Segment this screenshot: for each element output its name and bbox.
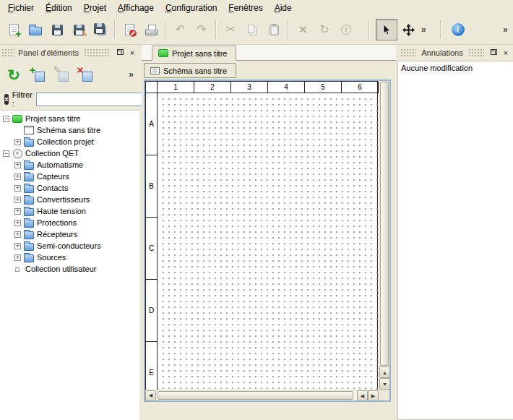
edit-element-button[interactable]: ✎ [51, 64, 72, 85]
undo-button[interactable]: ↶ [169, 19, 191, 40]
expander-icon[interactable]: + [14, 139, 21, 145]
column-headers: 1 2 3 4 5 6 [158, 82, 379, 93]
home-icon [12, 265, 22, 273]
select-tool-button[interactable] [376, 19, 397, 40]
element-info-button[interactable]: i [335, 19, 357, 40]
menu-fichier[interactable]: Fichier [2, 1, 40, 15]
tree-item-collection-projet[interactable]: + Collection projet [0, 136, 139, 147]
redo-button[interactable]: ↷ [191, 19, 212, 40]
delete-element-button[interactable]: × [74, 64, 96, 85]
menu-configuration[interactable]: Configuration [160, 1, 223, 15]
scroll-down-button[interactable]: ▼ [379, 378, 390, 390]
tree-item-recepteurs[interactable]: + Récepteurs [0, 228, 139, 240]
tree-item-projet-sans-titre[interactable]: − Projet sans titre [0, 113, 139, 124]
tab-projet-sans-titre[interactable]: Projet sans titre [152, 46, 236, 61]
row-header: A [146, 93, 157, 155]
schema-tab-label: Schéma sans titre [163, 67, 227, 75]
save-as-icon: ✎ [74, 25, 85, 35]
expander-icon[interactable]: + [14, 254, 21, 261]
tree-item-convertisseurs[interactable]: + Convertisseurs [0, 194, 139, 205]
expander-icon[interactable]: + [14, 197, 21, 203]
menu-aide[interactable]: Aide [269, 1, 298, 15]
expander-icon[interactable]: + [14, 220, 21, 226]
dock-grip[interactable] [468, 48, 484, 57]
toolbar-separator [215, 20, 217, 39]
delete-icon: × [298, 24, 306, 35]
expander-icon[interactable]: + [14, 173, 21, 180]
horizontal-scrollbar[interactable]: ◀ ◀ ▶ [145, 390, 379, 400]
tree-item-protections[interactable]: + Protections [0, 217, 139, 228]
rotate-button[interactable]: ↻ [314, 19, 335, 40]
tree-item-haute-tension[interactable]: + Haute tension [0, 205, 139, 217]
close-button[interactable]: × [500, 48, 512, 58]
save-icon [52, 25, 63, 35]
menu-affichage[interactable]: Affichage [112, 1, 160, 15]
expander-icon[interactable]: + [14, 208, 21, 215]
paste-button[interactable] [263, 19, 285, 40]
delete-button[interactable]: × [292, 19, 314, 40]
diagram-canvas[interactable]: 1 2 3 4 5 6 A B C D E [145, 81, 378, 402]
float-button[interactable] [113, 48, 125, 58]
cut-button[interactable]: ✂ [220, 19, 241, 40]
scroll-up-button[interactable]: ▲ [379, 367, 390, 378]
horizontal-scrollbar-thumb[interactable] [158, 391, 353, 400]
menu-edition[interactable]: Édition [40, 1, 78, 15]
undo-panel-dock: Annulations × Aucune modification [397, 45, 513, 420]
vertical-scrollbar[interactable]: ▲ ▼ [379, 81, 389, 390]
undo-history-list[interactable]: Aucune modification [397, 61, 513, 420]
diagram-view: 1 2 3 4 5 6 A B C D E [144, 80, 391, 402]
expander-icon[interactable]: − [3, 150, 9, 157]
menu-fenetres[interactable]: Fenêtres [223, 1, 268, 15]
about-info-button[interactable]: i [447, 19, 469, 40]
main-toolbar: ✎ ↶ ↷ ✂ × ↻ i » i » [0, 15, 513, 45]
scroll-left-button-2[interactable]: ◀ [357, 390, 368, 401]
toolbar-overflow-chevron[interactable]: » [419, 25, 428, 35]
tree-item-contacts[interactable]: + Contacts [0, 182, 139, 194]
save-button[interactable] [46, 19, 68, 40]
dock-grip[interactable] [400, 48, 416, 57]
scroll-left-button[interactable]: ◀ [145, 390, 156, 401]
tree-item-label: Automatisme [37, 160, 83, 169]
tree-item-capteurs[interactable]: + Capteurs [0, 171, 139, 182]
tab-schema-sans-titre[interactable]: Schéma sans titre [144, 63, 236, 78]
tree-item-sources[interactable]: + Sources [0, 252, 139, 263]
horizontal-scroll-arrows: ◀ ▶ [357, 390, 379, 401]
save-as-button[interactable]: ✎ [68, 19, 90, 40]
expander-icon[interactable]: + [14, 162, 21, 168]
close-button[interactable]: × [126, 48, 138, 58]
open-folder-icon [29, 27, 42, 35]
close-file-button[interactable] [118, 19, 140, 40]
print-button[interactable] [140, 19, 162, 40]
dock-grip[interactable] [1, 48, 14, 57]
panel-toolbar-overflow[interactable]: » [129, 69, 134, 80]
expander-icon[interactable]: + [14, 243, 21, 249]
vertical-scrollbar-thumb[interactable] [380, 82, 389, 366]
scroll-right-button[interactable]: ▶ [368, 390, 379, 401]
tree-item-automatisme[interactable]: + Automatisme [0, 159, 139, 171]
pencil-badge-icon: ✎ [81, 30, 87, 39]
toolbar-overflow-right[interactable]: » [501, 25, 510, 35]
tree-item-semi-conducteurs[interactable]: + Semi-conducteurs [0, 240, 139, 252]
expander-icon[interactable]: − [3, 116, 9, 122]
tree-item-schema-sans-titre[interactable]: Schéma sans titre [0, 124, 139, 136]
menu-projet[interactable]: Projet [78, 1, 112, 15]
new-file-button[interactable] [3, 19, 25, 40]
move-tool-button[interactable] [397, 19, 419, 40]
copy-button[interactable] [241, 19, 263, 40]
tree-item-collection-utilisateur[interactable]: Collection utilisateur [0, 263, 139, 275]
new-file-icon [9, 24, 19, 35]
expander-icon[interactable]: + [14, 185, 21, 192]
red-x-icon: × [77, 64, 84, 75]
tree-item-collection-qet[interactable]: − Collection QET [0, 147, 139, 159]
clear-filter-icon[interactable]: × [4, 94, 9, 105]
scrollbar-corner [379, 390, 389, 400]
expander-icon[interactable]: + [14, 231, 21, 238]
float-button[interactable] [487, 48, 499, 58]
reload-collections-button[interactable]: ↻ [3, 64, 25, 85]
open-file-button[interactable] [25, 19, 46, 40]
new-element-button[interactable]: + [27, 64, 48, 85]
folder-icon [24, 230, 34, 239]
dock-grip[interactable] [84, 48, 111, 57]
save-all-button[interactable] [90, 19, 111, 40]
filter-input[interactable] [36, 93, 145, 106]
